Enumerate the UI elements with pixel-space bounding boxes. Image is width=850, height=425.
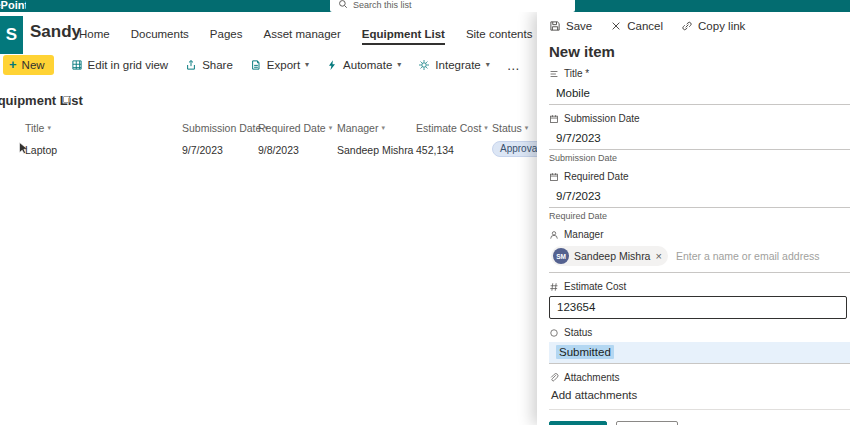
add-attachments-link[interactable]: Add attachments (549, 389, 850, 410)
panel-cancel-button[interactable]: Cancel (610, 20, 663, 32)
table-row[interactable]: Laptop 9/7/2023 9/8/2023 Sandeep Mishra … (0, 144, 537, 160)
field-manager: Manager SM Sandeep Mishra × Enter a name… (549, 229, 850, 273)
required-date-input[interactable]: 9/7/2023 (549, 186, 850, 208)
column-header-submission-date[interactable]: Submission Date▾ (182, 122, 268, 134)
share-button[interactable]: Share (185, 59, 233, 71)
search-placeholder: Search this list (353, 0, 412, 10)
suite-bar: SharePoint Search this list (0, 0, 850, 12)
save-button[interactable]: Save (549, 421, 607, 425)
chevron-down-icon: ▾ (525, 124, 529, 132)
column-header-required-date[interactable]: Required Date▾ (258, 122, 332, 134)
person-name: Sandeep Mishra (574, 250, 650, 262)
field-helper-text: Submission Date (549, 153, 850, 163)
chevron-down-icon: ▾ (484, 124, 488, 132)
save-icon (549, 20, 561, 32)
field-label: Manager (564, 229, 603, 240)
chevron-down-icon: ▾ (305, 61, 309, 69)
share-icon (185, 59, 197, 71)
plus-icon: + (9, 60, 17, 70)
sidebar-item-asset-manager[interactable]: Asset manager (263, 28, 340, 43)
calendar-icon (549, 172, 559, 182)
link-icon (681, 20, 693, 32)
number-icon (549, 282, 559, 292)
estimate-cost-input[interactable]: 123654 (549, 296, 847, 319)
row-submission-date-cell: 9/7/2023 (182, 144, 223, 156)
avatar: SM (553, 248, 569, 264)
column-header-status[interactable]: Status▾ (492, 122, 528, 134)
chevron-down-icon: ▾ (47, 124, 51, 132)
export-icon (250, 59, 262, 71)
field-submission-date: Submission Date 9/7/2023 Submission Date (549, 113, 850, 163)
field-status: Status Submitted (549, 327, 850, 364)
row-required-date-cell: 9/8/2023 (258, 144, 299, 156)
export-button[interactable]: Export ▾ (250, 59, 309, 71)
row-estimate-cost-cell: 452,134 (416, 144, 454, 156)
field-label: Attachments (564, 372, 620, 383)
command-bar: + New Edit in grid view Share Export ▾ A… (0, 52, 537, 78)
field-label: Submission Date (564, 113, 640, 124)
sidebar-item-documents[interactable]: Documents (131, 28, 189, 43)
field-label: Estimate Cost (564, 281, 626, 292)
field-label: Required Date (564, 171, 628, 182)
status-input[interactable]: Submitted (549, 342, 850, 364)
sidebar-item-site-contents[interactable]: Site contents (466, 28, 532, 43)
paperclip-icon (549, 373, 559, 383)
automate-button[interactable]: Automate ▾ (326, 59, 401, 71)
calendar-icon (549, 114, 559, 124)
chevron-down-icon: ▾ (329, 124, 333, 132)
field-title: Title * Mobile (549, 68, 850, 105)
panel-command-bar: Save Cancel Copy link (549, 16, 850, 36)
search-input[interactable]: Search this list (330, 0, 575, 12)
column-header-estimate-cost[interactable]: Estimate Cost▾ (416, 122, 488, 134)
site-title[interactable]: Sandy (30, 22, 81, 42)
table-header: Title▾ Submission Date▾ Required Date▾ M… (0, 122, 537, 138)
site-logo[interactable]: S (0, 16, 23, 54)
integrate-button[interactable]: Integrate ▾ (418, 59, 489, 71)
cancel-button[interactable]: Cancel (616, 421, 678, 425)
field-attachments: Attachments Add attachments (549, 372, 850, 410)
site-nav: Home Documents Pages Asset manager Equip… (79, 28, 597, 45)
status-icon (549, 328, 559, 338)
chevron-down-icon: ▾ (486, 61, 490, 69)
field-label: Title * (564, 68, 589, 79)
title-input[interactable]: Mobile (549, 83, 850, 105)
row-manager-cell: Sandeep Mishra (337, 144, 413, 156)
list-info-icon[interactable] (63, 96, 70, 103)
chevron-down-icon: ▾ (397, 61, 401, 69)
panel-footer: Save Cancel (549, 421, 850, 425)
page-title: Equipment List (0, 91, 96, 109)
row-title-cell[interactable]: Laptop (25, 144, 57, 156)
panel-copy-link-button[interactable]: Copy link (681, 20, 745, 32)
panel-save-button[interactable]: Save (549, 20, 592, 32)
field-estimate-cost: Estimate Cost 123654 (549, 281, 850, 319)
new-item-panel: Save Cancel Copy link New item Title * M… (537, 12, 850, 425)
person-icon (549, 230, 559, 240)
search-icon (338, 0, 348, 9)
people-picker[interactable]: SM Sandeep Mishra × Enter a name or emai… (549, 244, 850, 273)
new-button[interactable]: + New (3, 55, 54, 75)
submission-date-input[interactable]: 9/7/2023 (549, 128, 850, 150)
field-label: Status (564, 327, 592, 338)
text-field-icon (549, 69, 559, 79)
sidebar-item-pages[interactable]: Pages (210, 28, 243, 43)
people-picker-placeholder: Enter a name or email address (676, 250, 820, 262)
column-header-title[interactable]: Title▾ (25, 122, 51, 134)
more-commands-button[interactable]: … (507, 58, 521, 73)
automate-icon (326, 59, 338, 71)
column-header-manager[interactable]: Manager▾ (337, 122, 385, 134)
person-chip[interactable]: SM Sandeep Mishra × (551, 246, 668, 266)
panel-title: New item (549, 43, 850, 60)
close-icon (610, 20, 622, 32)
integrate-icon (418, 59, 430, 71)
grid-icon (71, 59, 83, 71)
chevron-down-icon: ▾ (381, 124, 385, 132)
sidebar-item-home[interactable]: Home (79, 28, 110, 43)
remove-person-icon[interactable]: × (655, 251, 661, 261)
app-name: SharePoint (0, 0, 26, 12)
edit-in-grid-view-button[interactable]: Edit in grid view (71, 59, 169, 71)
status-selected-value: Submitted (556, 345, 614, 359)
field-helper-text: Required Date (549, 211, 850, 221)
sidebar-item-equipment-list[interactable]: Equipment List (362, 28, 445, 45)
field-required-date: Required Date 9/7/2023 Required Date (549, 171, 850, 221)
